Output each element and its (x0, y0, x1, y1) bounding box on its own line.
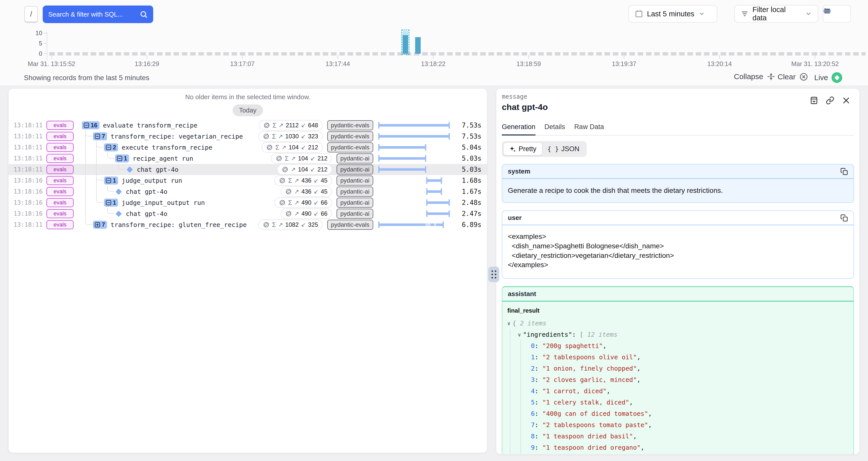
child-count: 1 (113, 199, 116, 206)
output-tokens-arrow-icon: ↙ (314, 177, 318, 184)
filter-local-data-dropdown[interactable]: Filter local data (734, 5, 818, 23)
json-ingredients-line: ∨"ingredients": [ 12 items (518, 329, 848, 340)
input-tokens: 436 (301, 177, 311, 184)
input-tokens-arrow-icon: ↗ (291, 166, 296, 173)
trace-row[interactable]: 13:18:16evalschat gpt-4o↗436↙45pydantic-… (8, 186, 487, 197)
search-button-label: Search & filter with SQL... (48, 10, 136, 18)
scope-tag: pydantic-ai (337, 164, 373, 175)
collapse-button[interactable]: Collapse (734, 72, 775, 81)
live-toggle[interactable]: Live (814, 72, 842, 83)
child-count: 2 (113, 144, 116, 151)
duration-bar (378, 219, 450, 230)
input-tokens: 436 (301, 188, 311, 195)
showing-records-text: Showing records from the last 5 minutes (24, 74, 149, 82)
close-icon[interactable] (842, 96, 850, 105)
trace-row[interactable]: 13:18:11evals16evaluate transform_recipe… (8, 120, 487, 131)
assistant-message-card: assistant final_result ∨{ 2 items∨"ingre… (502, 286, 854, 455)
x-tick-label: Mar 31. 13:20:52 (791, 60, 839, 67)
span-name: chat gpt-4o (137, 166, 179, 173)
child-count: 7 (102, 221, 105, 228)
collapse-children-chip[interactable]: 1 (104, 198, 118, 207)
copy-icon[interactable] (840, 168, 848, 175)
sigma-aggregate-icon: Σ (285, 155, 288, 162)
system-role-label: system (508, 167, 530, 175)
chevron-down-icon[interactable]: ∨ (518, 331, 521, 338)
span-duration: 5.04s (453, 144, 482, 151)
x-tick-label: 13:17:07 (230, 60, 254, 67)
tab-generation[interactable]: Generation (502, 123, 535, 135)
token-usage-chip: ↗436↙45 (281, 186, 332, 197)
output-tokens-arrow-icon: ↙ (301, 221, 306, 228)
tab-raw-data[interactable]: Raw Data (574, 123, 604, 135)
scope-tag: pydantic-ai (337, 197, 373, 208)
copy-icon[interactable] (840, 214, 848, 222)
evals-badge: evals (46, 143, 73, 152)
trace-row[interactable]: 13:18:16evals1judge_output runΣ↗436↙45py… (8, 175, 487, 186)
x-tick-label: 13:18:22 (421, 60, 445, 67)
output-tokens-arrow-icon: ↙ (301, 144, 306, 151)
span-name: judge_input_output run (122, 199, 205, 206)
tokens-icon (279, 199, 286, 206)
copy-link-icon[interactable] (826, 96, 834, 105)
histogram-bar[interactable] (415, 37, 421, 54)
row-timestamp: 13:18:16 (13, 188, 44, 195)
chevron-down-icon[interactable]: ∨ (507, 320, 510, 327)
evals-badge: evals (46, 220, 73, 229)
tab-details[interactable]: Details (545, 123, 565, 135)
scope-tag: pydantic-ai (337, 209, 373, 219)
view-mode-toggle (823, 5, 851, 23)
panel-resize-handle[interactable] (488, 267, 499, 282)
scope-tag: pydantic-ai (337, 153, 373, 163)
tokens-icon (285, 210, 292, 217)
collapse-children-chip[interactable]: 7 (93, 132, 107, 141)
output-tokens: 212 (317, 155, 328, 162)
chevron-down-icon (805, 10, 812, 17)
zero-baseline (49, 52, 866, 56)
tokens-icon (263, 122, 270, 129)
clear-button[interactable]: Clear (778, 72, 808, 81)
span-name: judge_output run (122, 177, 182, 184)
row-timestamp: 13:18:11 (13, 144, 44, 151)
live-indicator-icon (832, 72, 842, 83)
trace-row[interactable]: 13:18:16evals1judge_input_output runΣ↗49… (8, 197, 487, 208)
collapse-children-chip[interactable]: 1 (115, 154, 129, 162)
expand-children-chip[interactable]: 7 (93, 221, 107, 229)
trace-row[interactable]: 13:18:11evals1recipe_agent runΣ↗104↙212p… (8, 153, 487, 164)
input-tokens-arrow-icon: ↗ (294, 188, 299, 195)
records-histogram[interactable]: 1050 Mar 31. 13:15:5213:16:2913:17:0713:… (0, 30, 868, 72)
sparkle-icon (509, 146, 516, 153)
json-view-button[interactable]: { } JSON (542, 143, 585, 155)
square-minus-icon (105, 199, 112, 206)
search-button[interactable]: Search & filter with SQL... (43, 5, 153, 23)
time-range-dropdown[interactable]: Last 5 minutes (628, 5, 717, 23)
duration-bar (378, 186, 450, 197)
token-usage-chip: Σ↗490↙66 (274, 197, 332, 208)
sigma-aggregate-icon: Σ (288, 177, 292, 184)
trace-row[interactable]: 13:18:16evalschat gpt-4o↗490↙66pydantic-… (8, 208, 487, 219)
y-tick-label: 10 (27, 30, 42, 37)
collapse-children-chip[interactable]: 2 (104, 143, 118, 151)
list-view-button[interactable] (823, 10, 831, 12)
input-tokens-arrow-icon: ↗ (282, 144, 286, 151)
collapse-children-chip[interactable]: 16 (82, 121, 99, 129)
square-minus-icon (105, 177, 112, 184)
trace-row[interactable]: 13:18:11evals7transform_recipe: vegetari… (8, 131, 487, 142)
pretty-view-button[interactable]: Pretty (503, 143, 542, 155)
evals-badge: evals (46, 132, 73, 141)
span-name: transform_recipe: vegetarian_recipe (111, 133, 243, 140)
trace-row[interactable]: 13:18:11evalschat gpt-4o↗104↙212pydantic… (8, 164, 487, 175)
final-result-json-tree: ∨{ 2 items∨"ingredients": [ 12 items0: "… (507, 318, 848, 455)
span-name: evaluate transform_recipe (103, 122, 197, 129)
today-date-pill[interactable]: Today (232, 104, 263, 116)
row-timestamp: 13:18:16 (13, 199, 44, 206)
input-tokens-arrow-icon: ↗ (294, 177, 299, 184)
collapse-children-chip[interactable]: 1 (104, 177, 118, 185)
square-minus-icon (105, 144, 112, 151)
trace-row[interactable]: 13:18:11evals2execute transform_recipeΣ↗… (8, 142, 487, 153)
output-tokens: 66 (321, 199, 328, 206)
user-message-text: <examples> <dish_name>Spaghetti Bolognes… (502, 225, 854, 278)
trace-row[interactable]: 13:18:11evals7transform_recipe: gluten_f… (8, 219, 487, 230)
scope-tag: pydantic-evals (327, 142, 373, 152)
output-tokens: 323 (308, 133, 318, 140)
pin-to-board-icon[interactable] (810, 96, 818, 105)
